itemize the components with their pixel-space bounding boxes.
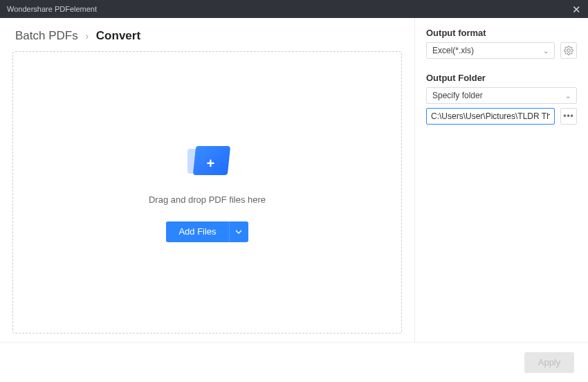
titlebar: Wondershare PDFelement ✕	[0, 0, 588, 18]
output-format-value: Excel(*.xls)	[432, 46, 474, 55]
output-format-label: Output format	[426, 28, 577, 38]
dropzone-text: Drag and drop PDF files here	[149, 194, 266, 205]
breadcrumb-current: Convert	[96, 29, 140, 42]
output-format-settings-button[interactable]	[560, 42, 577, 59]
right-panel: Output format Excel(*.xls) ⌄ Output Fold…	[415, 18, 588, 342]
chevron-down-icon	[235, 230, 242, 234]
browse-folder-button[interactable]: •••	[560, 108, 577, 125]
output-folder-label: Output Folder	[426, 73, 577, 83]
apply-button[interactable]: Apply	[524, 352, 574, 373]
add-files-button[interactable]: Add Files	[166, 221, 228, 242]
chevron-down-icon: ⌄	[543, 47, 549, 55]
output-folder-path-input[interactable]	[426, 108, 555, 125]
output-format-select[interactable]: Excel(*.xls) ⌄	[426, 42, 555, 59]
footer: Apply	[0, 342, 588, 382]
left-panel: Batch PDFs › Convert + Drag and drop PDF…	[0, 18, 415, 342]
add-files-split-button: Add Files	[166, 221, 248, 242]
breadcrumb: Batch PDFs › Convert	[15, 29, 402, 43]
ellipsis-icon: •••	[563, 111, 574, 121]
output-folder-mode-value: Specify folder	[432, 91, 483, 100]
output-folder-mode-select[interactable]: Specify folder ⌄	[426, 87, 577, 104]
chevron-down-icon: ⌄	[565, 92, 571, 100]
gear-icon	[564, 46, 573, 55]
dropzone[interactable]: + Drag and drop PDF files here Add Files	[12, 51, 402, 334]
breadcrumb-root[interactable]: Batch PDFs	[15, 29, 78, 42]
window-title: Wondershare PDFelement	[7, 5, 97, 13]
add-files-dropdown-button[interactable]	[229, 221, 248, 242]
chevron-right-icon: ›	[85, 30, 89, 42]
close-icon[interactable]: ✕	[572, 4, 581, 15]
add-folder-icon: +	[187, 143, 228, 175]
content-area: Batch PDFs › Convert + Drag and drop PDF…	[0, 18, 588, 342]
